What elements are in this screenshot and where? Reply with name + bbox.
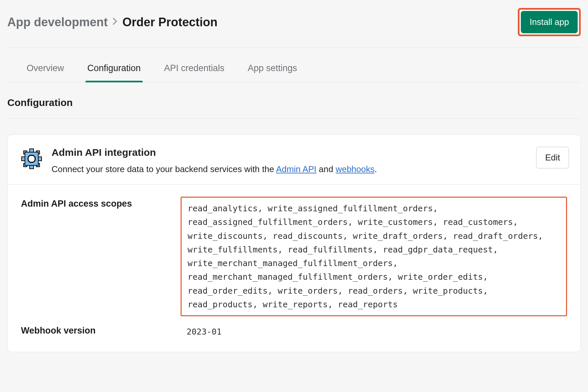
tabs: Overview Configuration API credentials A…	[7, 48, 581, 82]
card-description: Connect your store data to your backend …	[52, 164, 527, 174]
svg-rect-3	[38, 157, 42, 161]
admin-api-card: Admin API integration Connect your store…	[7, 135, 581, 352]
svg-rect-2	[22, 157, 25, 161]
breadcrumb-current: Order Protection	[122, 15, 218, 29]
breadcrumb-parent[interactable]: App development	[7, 15, 108, 29]
tab-api-credentials[interactable]: API credentials	[162, 63, 226, 82]
svg-point-9	[28, 155, 35, 162]
admin-api-link[interactable]: Admin API	[276, 164, 316, 174]
webhook-version-label: Webhook version	[21, 324, 181, 336]
section-title: Configuration	[0, 82, 588, 118]
scopes-label: Admin API access scopes	[21, 197, 181, 209]
chevron-right-icon	[112, 17, 118, 28]
svg-rect-1	[30, 165, 34, 169]
webhooks-link[interactable]: webhooks	[336, 164, 374, 174]
webhook-version-value: 2023-01	[181, 324, 567, 337]
card-desc-prefix: Connect your store data to your backend …	[52, 164, 276, 174]
tab-app-settings[interactable]: App settings	[246, 63, 299, 82]
card-title: Admin API integration	[52, 147, 527, 158]
install-highlight: Install app	[518, 8, 581, 36]
tab-configuration[interactable]: Configuration	[85, 63, 143, 82]
divider	[7, 118, 581, 119]
tab-overview[interactable]: Overview	[25, 63, 66, 82]
scopes-value: read_analytics, write_assigned_fulfillme…	[181, 197, 567, 316]
gear-icon	[21, 148, 42, 169]
edit-button[interactable]: Edit	[536, 147, 569, 168]
card-desc-suffix: .	[374, 164, 377, 174]
install-app-button[interactable]: Install app	[521, 11, 578, 33]
card-desc-mid: and	[316, 164, 336, 174]
breadcrumb: App development Order Protection	[7, 15, 218, 29]
svg-rect-0	[30, 149, 34, 152]
